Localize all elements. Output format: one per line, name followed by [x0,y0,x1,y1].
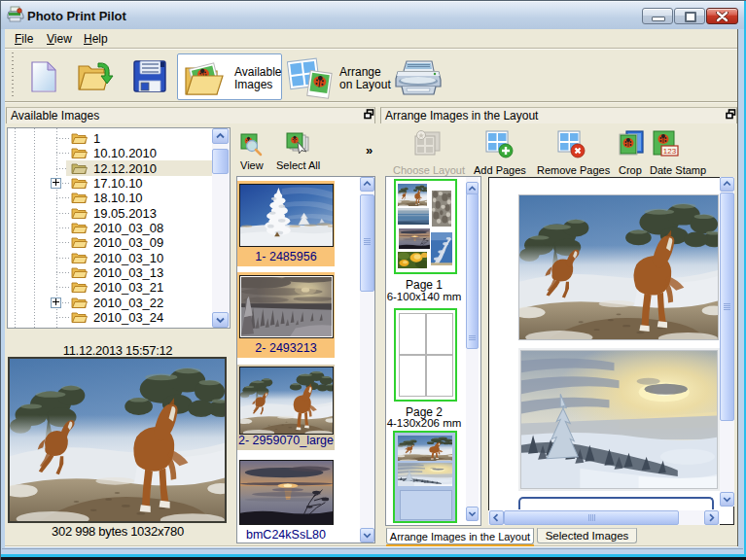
svg-text:123: 123 [663,147,677,156]
